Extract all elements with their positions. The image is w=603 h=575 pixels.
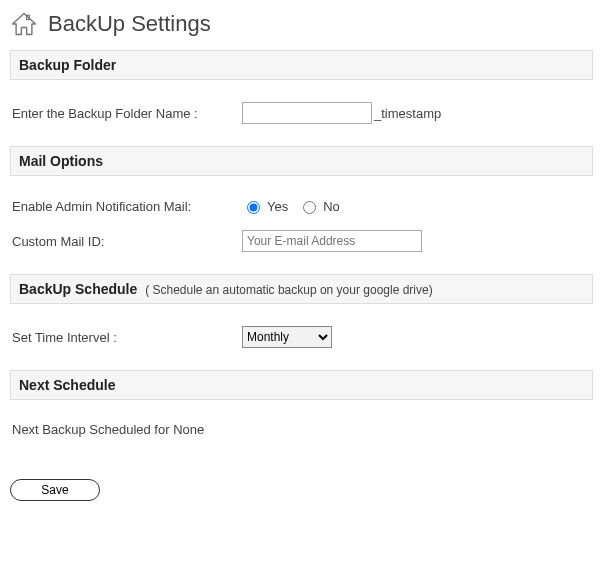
- schedule-subtitle: ( Schedule an automatic backup on your g…: [145, 283, 433, 297]
- section-heading-backup-folder: Backup Folder: [10, 50, 593, 80]
- enable-mail-label: Enable Admin Notification Mail:: [12, 199, 242, 214]
- section-heading-next-schedule: Next Schedule: [10, 370, 593, 400]
- section-heading-text: Backup Folder: [19, 57, 116, 73]
- section-heading-text: Mail Options: [19, 153, 103, 169]
- section-heading-mail-options: Mail Options: [10, 146, 593, 176]
- section-body-mail-options: Enable Admin Notification Mail: Yes No C…: [10, 176, 593, 274]
- page-header: BackUp Settings: [10, 10, 593, 38]
- enable-mail-yes-label: Yes: [267, 199, 288, 214]
- save-button[interactable]: Save: [10, 479, 100, 501]
- custom-mail-label: Custom Mail ID:: [12, 234, 242, 249]
- home-icon: [10, 10, 38, 38]
- section-heading-text: BackUp Schedule: [19, 281, 137, 297]
- backup-folder-suffix: _timestamp: [374, 106, 441, 121]
- section-body-next-schedule: Next Backup Scheduled for None: [10, 400, 593, 459]
- section-body-schedule: Set Time Intervel : Monthly: [10, 304, 593, 370]
- enable-mail-no-radio[interactable]: [303, 201, 316, 214]
- backup-folder-label: Enter the Backup Folder Name :: [12, 106, 242, 121]
- enable-mail-yes-radio[interactable]: [247, 201, 260, 214]
- interval-select[interactable]: Monthly: [242, 326, 332, 348]
- page-title: BackUp Settings: [48, 11, 211, 37]
- section-body-backup-folder: Enter the Backup Folder Name : _timestam…: [10, 80, 593, 146]
- section-heading-schedule: BackUp Schedule ( Schedule an automatic …: [10, 274, 593, 304]
- custom-mail-input[interactable]: [242, 230, 422, 252]
- section-heading-text: Next Schedule: [19, 377, 115, 393]
- interval-label: Set Time Intervel :: [12, 330, 242, 345]
- backup-folder-input[interactable]: [242, 102, 372, 124]
- enable-mail-radio-group: Yes No: [242, 198, 346, 214]
- next-schedule-text: Next Backup Scheduled for None: [12, 422, 591, 437]
- enable-mail-no-label: No: [323, 199, 340, 214]
